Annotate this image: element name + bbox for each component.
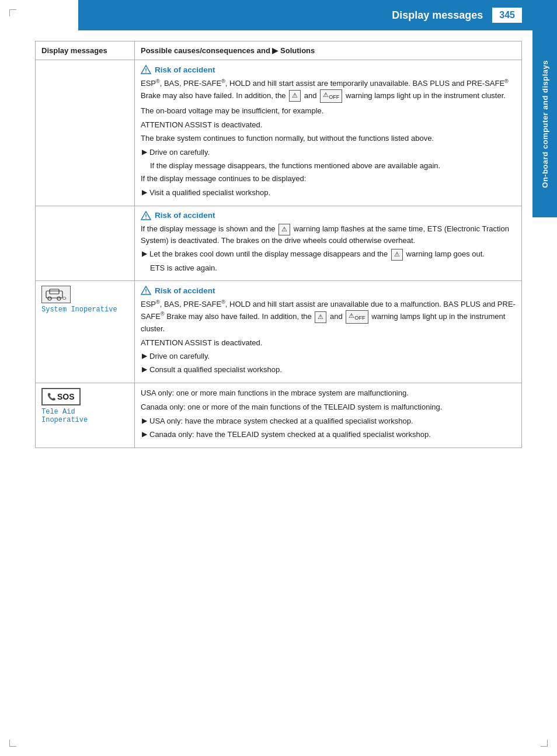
header-bar: Display messages 345 <box>78 0 557 30</box>
bullet-4-1: ▶ USA only: have the mbrace system check… <box>142 416 516 427</box>
corner-mark-tl <box>9 9 16 16</box>
svg-point-1 <box>145 72 147 73</box>
corner-mark-bl <box>9 740 16 747</box>
para-1-4: The brake system continues to function n… <box>141 133 516 144</box>
sos-label: SOS <box>57 392 75 401</box>
content-cell-3: Risk of accident ESP®, BAS, PRE-SAFE®, H… <box>135 281 522 383</box>
col-header-display: Display messages <box>36 41 135 60</box>
side-tab-label: On-board computer and displays <box>541 60 549 188</box>
bullet-arrow-icon-2: ▶ <box>142 188 147 196</box>
header-title: Display messages <box>392 9 483 22</box>
para-1-2: The on-board voltage may be insufficient… <box>141 106 516 117</box>
bullet-arrow-icon-7: ▶ <box>142 430 147 438</box>
para-1-1: ESP®, BAS, PRE-SAFE®, HOLD and hill star… <box>141 78 516 103</box>
bullet-3-2: ▶ Consult a qualified specialist worksho… <box>142 365 516 376</box>
risk-heading-3: Risk of accident <box>141 286 516 295</box>
sub-bullet-1-1: If the display message disappears, the f… <box>150 161 516 172</box>
side-tab: On-board computer and displays <box>532 30 557 217</box>
warn-lamp-off-1: ⚠OFF <box>320 89 342 102</box>
para-4-2: Canada only: one or more of the main fun… <box>141 402 516 413</box>
svg-point-7 <box>57 297 61 300</box>
bullet-text-3-1: Drive on carefully. <box>149 351 210 362</box>
page-container: Display messages 345 On-board computer a… <box>0 0 557 756</box>
display-cell-1 <box>36 60 135 206</box>
corner-mark-br <box>541 740 548 747</box>
svg-point-6 <box>48 297 51 300</box>
warn-lamp-2: ⚠ <box>278 224 290 235</box>
display-cell-3: OFF System Inoperative <box>36 281 135 383</box>
warning-triangle-icon-3 <box>141 286 151 295</box>
tele-aid-label: Tele AidInoperative <box>41 408 88 424</box>
bullet-text-4-1: USA only: have the mbrace system checked… <box>149 416 413 427</box>
table-row: Risk of accident ESP®, BAS, PRE-SAFE®, H… <box>36 60 522 206</box>
warn-lamp-1: ⚠ <box>289 90 301 102</box>
display-cell-2 <box>36 206 135 281</box>
warn-lamp-4: ⚠ <box>315 311 326 323</box>
content-cell-4: USA only: one or more main functions in … <box>135 383 522 448</box>
system-inoperative-icon: OFF <box>41 286 71 303</box>
display-cell-4: 📞 SOS Tele AidInoperative <box>36 383 135 448</box>
bullet-1-2: ▶ Visit a qualified specialist workshop. <box>142 188 516 199</box>
para-1-5: If the display message continues to be d… <box>141 174 516 185</box>
bullet-text-3-2: Consult a qualified specialist workshop. <box>149 365 282 376</box>
table-row: 📞 SOS Tele AidInoperative USA only: one … <box>36 383 522 448</box>
para-1-3: ATTENTION ASSIST is deactivated. <box>141 120 516 131</box>
risk-text-2: Risk of accident <box>155 211 215 220</box>
system-inoperative-label: System Inoperative <box>41 306 117 314</box>
svg-point-10 <box>145 293 147 294</box>
risk-text-3: Risk of accident <box>155 286 215 295</box>
bullet-arrow-icon-6: ▶ <box>142 417 147 425</box>
risk-heading-2: Risk of accident <box>141 211 516 220</box>
display-icon-tele-aid: 📞 SOS Tele AidInoperative <box>41 388 128 424</box>
bullet-arrow-icon: ▶ <box>142 148 147 156</box>
table-row: Risk of accident If the display message … <box>36 206 522 281</box>
para-3-2: ATTENTION ASSIST is deactivated. <box>141 338 516 349</box>
bullet-text-2-1: Let the brakes cool down until the displ… <box>149 249 485 261</box>
bullet-3-1: ▶ Drive on carefully. <box>142 351 516 362</box>
display-icon-system-inoperative: OFF System Inoperative <box>41 286 128 314</box>
bullet-2-1: ▶ Let the brakes cool down until the dis… <box>142 249 516 261</box>
main-content: Display messages Possible causes/consequ… <box>35 41 522 721</box>
warning-triangle-icon-1 <box>141 65 151 74</box>
bullet-4-2: ▶ Canada only: have the TELEAID system c… <box>142 429 516 441</box>
risk-text-1: Risk of accident <box>155 65 215 74</box>
para-4-1: USA only: one or more main functions in … <box>141 388 516 399</box>
warn-lamp-off-2: ⚠OFF <box>346 310 368 323</box>
page-number: 345 <box>492 8 522 23</box>
tele-aid-icon: 📞 SOS <box>41 388 81 405</box>
bullet-text-1-2: Visit a qualified specialist workshop. <box>149 188 270 199</box>
bullet-arrow-icon-4: ▶ <box>142 352 147 360</box>
svg-point-3 <box>145 217 147 219</box>
bullet-arrow-icon-5: ▶ <box>142 365 147 373</box>
para-2-1: If the display message is shown and the … <box>141 224 516 247</box>
bullet-text-1-1: Drive on carefully. <box>149 147 210 158</box>
sub-bullet-2-1: ETS is active again. <box>150 263 516 274</box>
risk-heading-1: Risk of accident <box>141 65 516 74</box>
para-3-1: ESP®, BAS, PRE-SAFE®, HOLD and hill star… <box>141 299 516 335</box>
col-header-content: Possible causes/consequences and ▶ Solut… <box>135 41 522 60</box>
bullet-1-1: ▶ Drive on carefully. <box>142 147 516 158</box>
warn-lamp-3: ⚠ <box>391 249 403 261</box>
svg-text:OFF: OFF <box>62 296 67 301</box>
phone-icon: 📞 <box>47 393 56 401</box>
table-row: OFF System Inoperative <box>36 281 522 383</box>
doc-table: Display messages Possible causes/consequ… <box>35 41 522 448</box>
warning-triangle-icon-2 <box>141 211 151 220</box>
svg-rect-5 <box>50 289 59 294</box>
content-cell-1: Risk of accident ESP®, BAS, PRE-SAFE®, H… <box>135 60 522 206</box>
content-cell-2: Risk of accident If the display message … <box>135 206 522 281</box>
bullet-text-4-2: Canada only: have the TELEAID system che… <box>149 429 431 441</box>
bullet-arrow-icon-3: ▶ <box>142 249 147 258</box>
